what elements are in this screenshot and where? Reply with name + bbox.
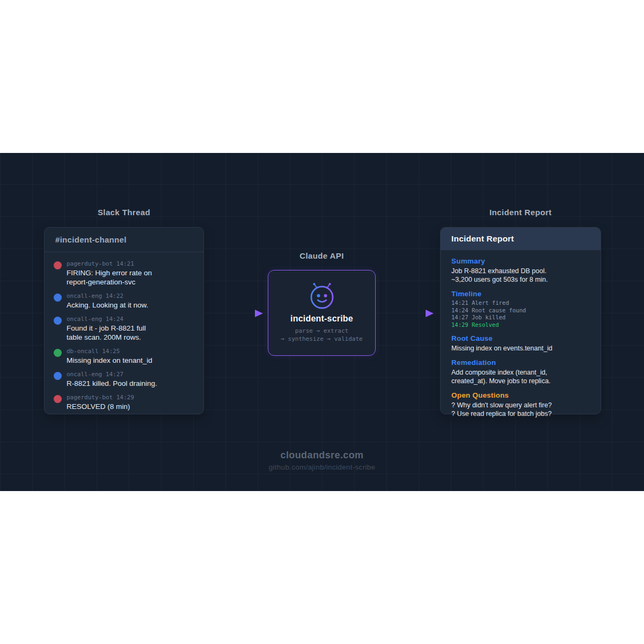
incident-report-panel: Incident Report Summary Job R-8821 exhau… (440, 227, 601, 414)
flow-arrow-icon (383, 309, 435, 318)
footer-repo-link: github.com/ajinb/incident-scribe (0, 463, 644, 471)
message-meta: pagerduty-bot 14:29 (67, 394, 134, 401)
avatar (54, 349, 62, 357)
section-title: Open Questions (451, 391, 590, 399)
claude-api-box: incident-scribe parse → extract → synthe… (268, 270, 376, 356)
report-section-remediation: Remediation Add composite index (tenant_… (451, 358, 590, 385)
report-header: Incident Report (441, 228, 601, 250)
flow-arrow-icon (213, 309, 264, 318)
message-text: Acking. Looking at it now. (67, 301, 148, 310)
section-title: Root Cause (451, 334, 590, 342)
slack-channel-header: #incident-channel (45, 228, 203, 252)
slack-message: db-oncall 14:25 Missing index on tenant_… (54, 348, 195, 365)
timeline-row: 14:21 Alert fired (451, 299, 590, 307)
message-meta: oncall-eng 14:27 (67, 371, 157, 378)
slack-message: pagerduty-bot 14:21 FIRING: High error r… (54, 260, 195, 287)
section-title: Summary (451, 257, 590, 265)
report-body: Summary Job R-8821 exhausted DB pool. ~3… (441, 250, 601, 418)
report-section-timeline: Timeline 14:21 Alert fired 14:24 Root ca… (451, 290, 590, 328)
slack-message-list: pagerduty-bot 14:21 FIRING: High error r… (45, 252, 203, 411)
message-text: RESOLVED (8 min) (67, 402, 134, 411)
timeline-row: 14:29 Resolved (451, 321, 590, 329)
message-meta: db-oncall 14:25 (67, 348, 152, 355)
claude-pipeline: parse → extract → synthesize → validate (281, 327, 362, 343)
avatar (54, 372, 62, 380)
timeline-row: 14:27 Job killed (451, 314, 590, 321)
slack-message: oncall-eng 14:22 Acking. Looking at it n… (54, 292, 195, 310)
message-text: Found it - job R-8821 full table scan. 2… (67, 324, 146, 342)
page: Slack Thread Claude API Incident Report … (0, 0, 644, 644)
timeline-row: 14:24 Root cause found (451, 307, 590, 314)
message-text: Missing index on tenant_id (67, 356, 152, 365)
message-meta: oncall-eng 14:22 (67, 292, 148, 299)
footer-site: cloudandsre.com (0, 450, 644, 461)
column-title-report: Incident Report (440, 208, 601, 217)
report-section-summary: Summary Job R-8821 exhausted DB pool. ~3… (451, 257, 590, 284)
message-meta: pagerduty-bot 14:21 (67, 260, 152, 267)
slack-message: oncall-eng 14:27 R-8821 killed. Pool dra… (54, 371, 195, 388)
report-section-root-cause: Root Cause Missing index on events.tenan… (451, 334, 590, 353)
message-text: R-8821 killed. Pool draining. (67, 379, 157, 388)
avatar (54, 294, 62, 302)
message-text: FIRING: High error rate on report-genera… (67, 268, 152, 287)
message-meta: oncall-eng 14:24 (67, 316, 146, 323)
slack-thread-panel: #incident-channel pagerduty-bot 14:21 FI… (44, 227, 204, 414)
section-title: Remediation (451, 358, 590, 367)
slack-message: pagerduty-bot 14:29 RESOLVED (8 min) (54, 394, 195, 411)
avatar (54, 261, 62, 269)
section-title: Timeline (451, 290, 590, 298)
slack-message: oncall-eng 14:24 Found it - job R-8821 f… (54, 316, 195, 342)
column-title-claude: Claude API (268, 251, 376, 260)
avatar (54, 395, 62, 403)
og-card-banner: Slack Thread Claude API Incident Report … (0, 153, 644, 491)
robot-face-icon (307, 282, 337, 310)
report-section-open-questions: Open Questions ? Why didn't slow query a… (451, 391, 590, 418)
claude-app-name: incident-scribe (290, 314, 353, 324)
column-title-slack: Slack Thread (44, 208, 204, 217)
avatar (54, 317, 62, 325)
